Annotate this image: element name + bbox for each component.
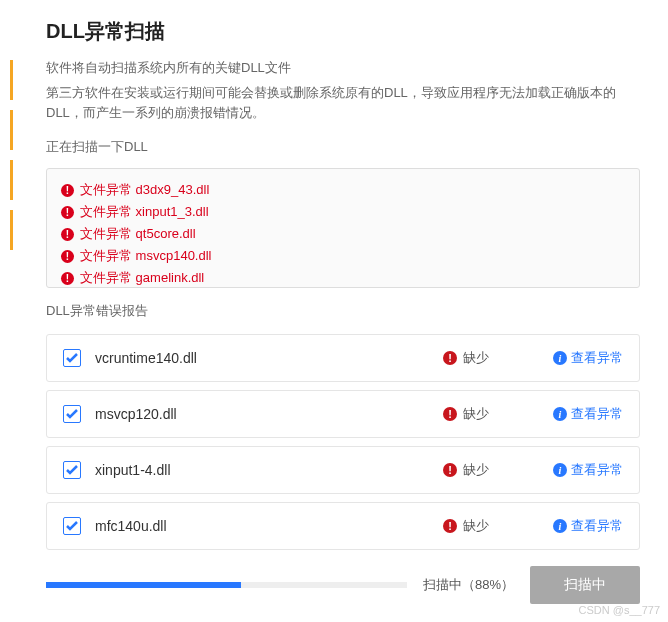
left-sidebar-strip [0,0,18,622]
description-line-1: 软件将自动扫描系统内所有的关键DLL文件 [46,59,640,77]
scan-item-label: 文件异常 d3dx9_43.dll [80,181,209,199]
description-line-2: 第三方软件在安装或运行期间可能会替换或删除系统原有的DLL，导致应用程序无法加载… [46,83,640,122]
scan-list: !文件异常 d3dx9_43.dll!文件异常 xinput1_3.dll!文件… [46,168,640,288]
warning-icon: ! [443,463,457,477]
warning-icon: ! [443,351,457,365]
progress-fill [46,582,241,588]
scan-item: !文件异常 msvcp140.dll [61,245,625,267]
error-icon: ! [61,184,74,197]
checkbox[interactable] [63,405,81,423]
scanning-label: 正在扫描一下DLL [46,138,640,156]
view-exception-link[interactable]: i查看异常 [543,517,623,535]
info-icon: i [553,351,567,365]
scan-item-label: 文件异常 qt5core.dll [80,225,196,243]
status-text: 缺少 [463,349,489,367]
dll-name: msvcp120.dll [95,406,443,422]
action-text: 查看异常 [571,461,623,479]
error-icon: ! [61,272,74,285]
scan-item: !文件异常 qt5core.dll [61,223,625,245]
info-icon: i [553,519,567,533]
scan-item-label: 文件异常 gamelink.dll [80,269,204,287]
scan-item: !文件异常 d3dx9_43.dll [61,179,625,201]
action-text: 查看异常 [571,517,623,535]
report-label: DLL异常错误报告 [46,302,640,320]
warning-icon: ! [443,407,457,421]
view-exception-link[interactable]: i查看异常 [543,349,623,367]
status-group: !缺少 [443,517,543,535]
progress-text: 扫描中（88%） [423,576,514,594]
report-row: vcruntime140.dll!缺少i查看异常 [46,334,640,382]
report-row: mfc140u.dll!缺少i查看异常 [46,502,640,550]
status-group: !缺少 [443,349,543,367]
view-exception-link[interactable]: i查看异常 [543,461,623,479]
dll-name: xinput1-4.dll [95,462,443,478]
checkbox[interactable] [63,517,81,535]
error-icon: ! [61,206,74,219]
report-row: msvcp120.dll!缺少i查看异常 [46,390,640,438]
checkbox[interactable] [63,349,81,367]
dll-name: mfc140u.dll [95,518,443,534]
status-text: 缺少 [463,461,489,479]
report-row: xinput1-4.dll!缺少i查看异常 [46,446,640,494]
status-group: !缺少 [443,405,543,423]
scan-item: !文件异常 gamelink.dll [61,267,625,288]
status-text: 缺少 [463,405,489,423]
warning-icon: ! [443,519,457,533]
scan-item: !文件异常 xinput1_3.dll [61,201,625,223]
scan-button[interactable]: 扫描中 [530,566,640,604]
error-icon: ! [61,228,74,241]
scan-item-label: 文件异常 xinput1_3.dll [80,203,209,221]
view-exception-link[interactable]: i查看异常 [543,405,623,423]
dll-name: vcruntime140.dll [95,350,443,366]
footer: 扫描中（88%） 扫描中 [46,566,640,604]
info-icon: i [553,463,567,477]
checkbox[interactable] [63,461,81,479]
status-text: 缺少 [463,517,489,535]
action-text: 查看异常 [571,349,623,367]
info-icon: i [553,407,567,421]
report-rows: vcruntime140.dll!缺少i查看异常msvcp120.dll!缺少i… [46,334,640,550]
scan-item-label: 文件异常 msvcp140.dll [80,247,211,265]
progress-bar [46,582,407,588]
watermark: CSDN @s__777 [579,604,660,616]
status-group: !缺少 [443,461,543,479]
action-text: 查看异常 [571,405,623,423]
page-title: DLL异常扫描 [46,18,640,45]
error-icon: ! [61,250,74,263]
